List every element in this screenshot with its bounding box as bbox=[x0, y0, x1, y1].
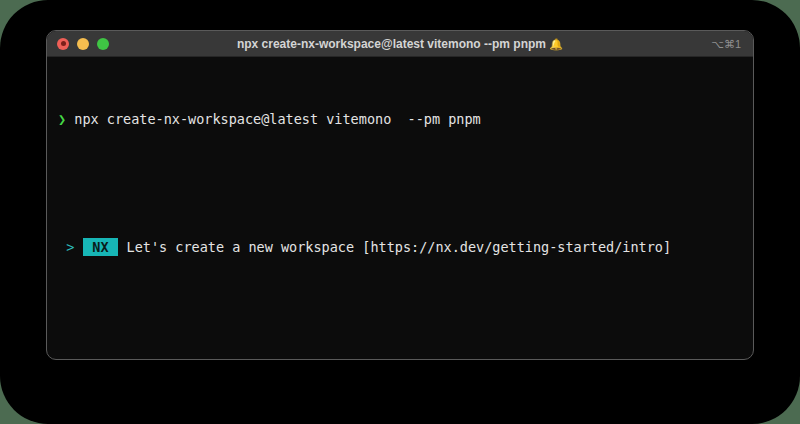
nx-logo-badge: NX bbox=[83, 238, 117, 256]
prompt-command: npx create-nx-workspace@latest vitemono … bbox=[74, 111, 480, 127]
terminal-window: npx create-nx-workspace@latest vitemono … bbox=[46, 30, 754, 360]
blank-line bbox=[58, 304, 742, 321]
prompt-symbol: ❯ bbox=[58, 111, 66, 127]
blank-line bbox=[58, 176, 742, 191]
minimize-button[interactable] bbox=[77, 38, 89, 50]
close-button[interactable] bbox=[57, 38, 69, 50]
window-title: npx create-nx-workspace@latest vitemono … bbox=[237, 37, 563, 51]
prompt-line: ❯ npx create-nx-workspace@latest vitemon… bbox=[58, 111, 742, 128]
window-controls bbox=[57, 38, 109, 50]
zoom-button[interactable] bbox=[97, 38, 109, 50]
banner-message: Let's create a new workspace [https://nx… bbox=[127, 239, 672, 255]
window-title-text: npx create-nx-workspace@latest vitemono … bbox=[237, 37, 546, 51]
banner-arrow: > bbox=[66, 239, 74, 255]
tab-shortcut-label: ⌥⌘1 bbox=[711, 37, 741, 50]
terminal-content[interactable]: ❯ npx create-nx-workspace@latest vitemon… bbox=[47, 57, 753, 360]
terminal-titlebar: npx create-nx-workspace@latest vitemono … bbox=[47, 31, 753, 57]
nx-banner-line: >NXLet's create a new workspace [https:/… bbox=[58, 239, 742, 256]
bell-icon: 🔔 bbox=[549, 38, 563, 50]
